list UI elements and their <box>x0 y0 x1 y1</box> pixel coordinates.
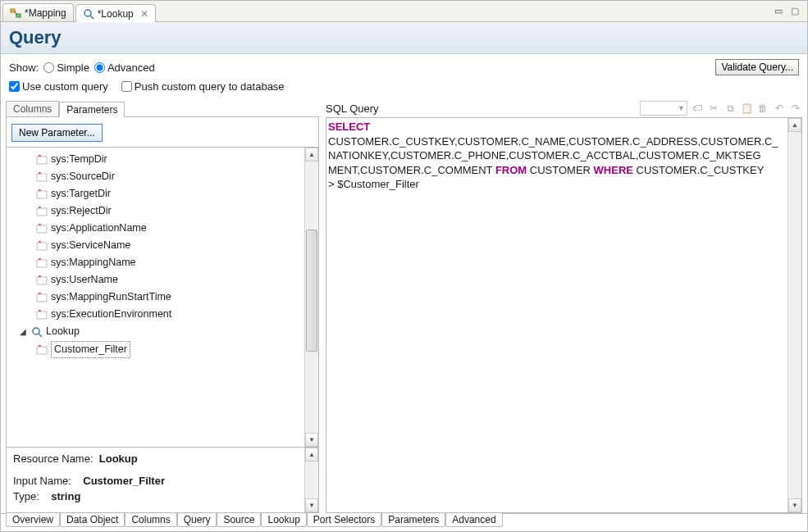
tag-icon[interactable]: 🏷 <box>691 102 704 115</box>
sql-scrollbar[interactable]: ▲ ▼ <box>787 118 801 512</box>
sql-keyword-select: SELECT <box>328 120 370 133</box>
tree-item[interactable]: sys:ApplicationName <box>8 220 317 237</box>
mapping-icon <box>10 7 21 19</box>
variable-icon <box>36 240 48 252</box>
copy-icon[interactable]: ⧉ <box>724 102 737 115</box>
bottom-tab-data-object[interactable]: Data Object <box>60 513 125 527</box>
undo-icon[interactable]: ↶ <box>773 102 786 115</box>
tree-item[interactable]: sys:ExecutionEnvironment <box>8 306 317 323</box>
push-custom-query-checkbox[interactable]: Push custom query to database <box>121 80 285 93</box>
variable-icon <box>36 275 48 286</box>
editor-tab-mapping[interactable]: *Mapping <box>2 3 74 21</box>
left-tab-parameters[interactable]: Parameters <box>59 102 125 117</box>
svg-rect-11 <box>37 294 47 302</box>
maximize-icon[interactable]: ▢ <box>789 6 801 17</box>
bottom-tab-parameters[interactable]: Parameters <box>381 513 445 527</box>
props-scrollbar[interactable]: ▲ ▼ <box>304 448 318 512</box>
radio-simple-input[interactable] <box>43 62 54 73</box>
radio-simple-label: Simple <box>57 61 89 74</box>
tree-item-customer-filter[interactable]: Customer_Filter <box>8 340 317 359</box>
svg-rect-12 <box>37 311 47 319</box>
lookup-node-icon <box>31 326 43 338</box>
sql-text: CUSTOMER.C_CUSTKEY,CUSTOMER.C_NAME,CUSTO… <box>328 135 778 148</box>
bottom-tab-columns[interactable]: Columns <box>125 513 176 527</box>
tree-item[interactable]: sys:UserName <box>8 271 317 289</box>
svg-rect-8 <box>37 243 47 250</box>
editor-tab-mapping-label: *Mapping <box>25 7 66 19</box>
tree-item-customer-filter-label: Customer_Filter <box>51 341 130 358</box>
parameters-tree: sys:TempDir sys:SourceDir sys:TargetDir … <box>7 148 318 362</box>
type-value: string <box>51 490 80 502</box>
push-custom-query-input[interactable] <box>121 81 132 92</box>
tree-item-label: sys:TempDir <box>51 152 107 167</box>
resource-name-label: Resource Name: <box>13 452 94 465</box>
use-custom-query-input[interactable] <box>9 81 20 92</box>
left-tab-columns[interactable]: Columns <box>6 101 59 116</box>
scroll-up-icon[interactable]: ▲ <box>305 148 318 161</box>
sql-text: CUSTOMER.C_CUSTKEY <box>633 164 764 176</box>
editor-tab-lookup[interactable]: *Lookup ✕ <box>75 4 156 22</box>
new-parameter-button[interactable]: New Parameter... <box>11 124 103 142</box>
tree-item[interactable]: sys:TargetDir <box>8 185 317 202</box>
validate-query-button[interactable]: Validate Query... <box>715 59 799 75</box>
bottom-tab-port-selectors[interactable]: Port Selectors <box>307 513 381 527</box>
bottom-tab-overview[interactable]: Overview <box>6 513 60 527</box>
radio-simple[interactable]: Simple <box>43 61 89 74</box>
redo-icon[interactable]: ↷ <box>789 102 802 115</box>
delete-icon[interactable]: 🗑 <box>756 102 769 115</box>
sql-keyword-from: FROM <box>495 164 527 176</box>
cut-icon[interactable]: ✂ <box>707 102 720 115</box>
svg-rect-10 <box>37 277 47 284</box>
sql-combo[interactable]: ▼ <box>640 101 687 116</box>
tree-item-label: sys:TargetDir <box>51 186 111 202</box>
tree-item[interactable]: sys:RejectDir <box>8 202 317 220</box>
scroll-up-icon[interactable]: ▲ <box>788 118 801 132</box>
sql-keyword-where: WHERE <box>594 164 633 176</box>
resource-name-value: Lookup <box>99 452 138 465</box>
bottom-tab-source[interactable]: Source <box>217 513 261 527</box>
svg-point-2 <box>84 10 91 16</box>
svg-rect-4 <box>37 174 47 181</box>
tree-item[interactable]: sys:ServiceName <box>8 237 317 254</box>
variable-icon <box>36 309 48 321</box>
use-custom-query-checkbox[interactable]: Use custom query <box>9 80 108 93</box>
svg-rect-0 <box>11 9 15 12</box>
editor-tab-lookup-label: *Lookup <box>98 8 134 20</box>
sql-text: CUSTOMER <box>527 164 593 176</box>
svg-rect-9 <box>37 260 47 267</box>
page-title: Query <box>9 27 799 48</box>
tree-item-label: sys:RejectDir <box>51 203 112 219</box>
scroll-down-icon[interactable]: ▼ <box>305 433 318 447</box>
minimize-icon[interactable]: ▭ <box>773 6 784 17</box>
radio-advanced[interactable]: Advanced <box>94 61 155 74</box>
svg-rect-1 <box>16 14 21 17</box>
tree-item-lookup[interactable]: ◢ Lookup <box>8 323 317 340</box>
tree-scrollbar[interactable]: ▲ ▼ <box>304 148 318 447</box>
paste-icon[interactable]: 📋 <box>740 102 753 115</box>
properties-pane: Resource Name: Lookup Input Name: Custom… <box>6 448 319 513</box>
scroll-up-icon[interactable]: ▲ <box>305 448 318 462</box>
tree-item-label: sys:ExecutionEnvironment <box>51 307 171 322</box>
tree-item[interactable]: sys:TempDir <box>8 151 317 168</box>
bottom-tab-query[interactable]: Query <box>177 513 217 527</box>
svg-rect-6 <box>37 208 47 216</box>
tree-item-lookup-label: Lookup <box>46 324 80 339</box>
expand-icon[interactable]: ◢ <box>20 324 28 339</box>
radio-advanced-input[interactable] <box>94 62 105 73</box>
svg-point-13 <box>33 328 39 334</box>
variable-icon <box>36 223 48 234</box>
tree-item[interactable]: sys:MappingName <box>8 254 317 271</box>
use-custom-query-label: Use custom query <box>22 80 108 93</box>
sql-text: > $Customer_Filter <box>328 178 419 190</box>
scroll-down-icon[interactable]: ▼ <box>788 498 801 512</box>
variable-icon <box>36 257 48 269</box>
scroll-down-icon[interactable]: ▼ <box>305 498 318 512</box>
input-name-value: Customer_Filter <box>83 475 165 487</box>
sql-editor[interactable]: SELECT CUSTOMER.C_CUSTKEY,CUSTOMER.C_NAM… <box>326 117 802 513</box>
show-label: Show: <box>9 61 39 74</box>
tree-item[interactable]: sys:MappingRunStartTime <box>8 289 317 306</box>
close-icon[interactable]: ✕ <box>140 8 148 20</box>
bottom-tab-lookup[interactable]: Lookup <box>261 513 306 527</box>
tree-item[interactable]: sys:SourceDir <box>8 168 317 185</box>
bottom-tab-advanced[interactable]: Advanced <box>445 513 502 527</box>
